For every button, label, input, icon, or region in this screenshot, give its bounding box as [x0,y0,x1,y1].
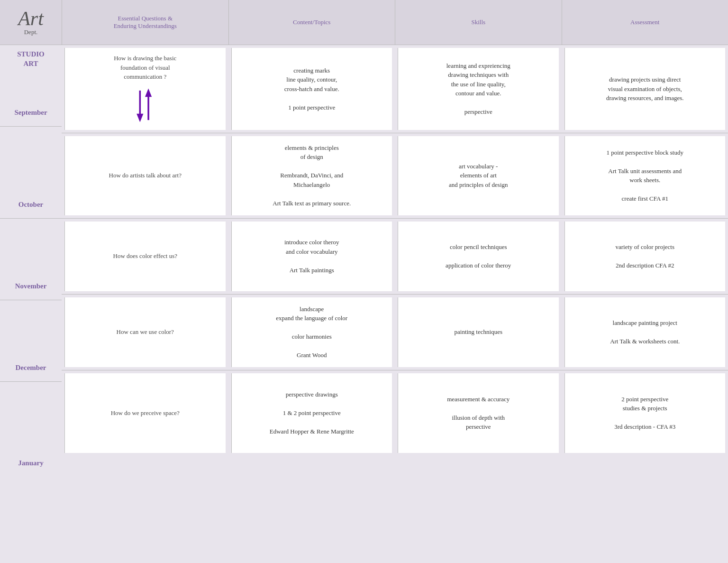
skills-text-2: color pencil techniques application of c… [446,242,511,270]
skills-cell-3: painting techniques [398,297,559,367]
content-cell-2: introduce color theroy and color vocabul… [231,222,392,291]
skills-cell-4: measurement & accuracy illusion of depth… [398,373,559,453]
content-text-4: perspective drawings 1 & 2 point perspec… [270,390,354,436]
header-col-skills-label: Skills [471,18,485,26]
assessment-text-4: 2 point perspective studies & projects 3… [614,395,675,432]
assessment-cell-1: 1 point perspective block study Art Talk… [564,136,726,215]
assessment-cell-0: drawing projects using direct visual exa… [564,48,726,130]
left-labels: STUDIO ART September October November De… [0,45,62,563]
assessment-text-2: variety of color projects 2nd descriptio… [615,242,674,270]
header-col-eq-label: Essential Questions & Enduring Understan… [114,15,177,30]
eq-text-2: How does color effect us? [113,251,178,261]
month-block-september: STUDIO ART September [0,45,62,127]
eq-text-1: How do artists talk about art? [109,171,182,180]
header-col-assessment: Assessment [562,0,728,45]
art-title: Art [18,9,44,28]
skills-cell-2: color pencil techniques application of c… [398,222,559,291]
row-october: How do artists talk about art? elements … [62,133,728,219]
svg-marker-3 [145,88,152,97]
eq-text-3: How can we use color? [117,327,174,337]
skills-text-1: art vocabulary - elements of art and pri… [449,162,508,190]
content-cell-4: perspective drawings 1 & 2 point perspec… [231,373,392,453]
eq-cell-0: How is drawing the basic foundation of v… [64,48,226,130]
dept-label: Dept. [24,28,38,36]
header-col-assessment-label: Assessment [630,18,659,26]
skills-text-0: learning and expreiencing drawing techni… [446,61,510,117]
month-december: December [16,364,46,377]
row-january: How do we preceive space? perspective dr… [62,370,728,456]
arrow-container [131,86,159,124]
header-col-content: Content/Topics [228,0,395,45]
content-cell-1: elements & principles of design Rembrand… [231,136,392,215]
content-text-3: landscape expand the language of color c… [276,305,347,360]
month-november: November [15,282,47,295]
eq-cell-3: How can we use color? [64,297,226,367]
assessment-text-0: drawing projects using direct visual exa… [606,75,684,103]
content-text-1: elements & principles of design Rembrand… [273,143,351,208]
header-col-content-label: Content/Topics [293,18,330,26]
assessment-cell-3: landscape painting project Art Talk & wo… [564,297,726,367]
skills-cell-0: learning and expreiencing drawing techni… [398,48,559,130]
eq-cell-4: How do we preceive space? [64,373,226,453]
skills-text-3: painting techniques [455,327,502,337]
assessment-cell-4: 2 point perspective studies & projects 3… [564,373,726,453]
row-december: How can we use color? landscape expand t… [62,295,728,370]
svg-marker-1 [136,113,143,122]
eq-cell-1: How do artists talk about art? [64,136,226,215]
month-block-december: December [0,300,62,382]
assessment-text-1: 1 point perspective block study Art Talk… [607,148,683,203]
body-area: STUDIO ART September October November De… [0,45,728,563]
header-dept: Art Dept. [0,0,62,45]
row-november: How does color effect us? introduce colo… [62,219,728,295]
grid-area: How is drawing the basic foundation of v… [62,45,728,563]
month-january: January [18,459,43,472]
skills-cell-1: art vocabulary - elements of art and pri… [398,136,559,215]
arrows-icon [131,86,159,124]
eq-text-4: How do we preceive space? [111,408,180,418]
studio-art-label: STUDIO ART [17,45,45,68]
row-september: How is drawing the basic foundation of v… [62,45,728,133]
content-text-2: introduce color theroy and color vocabul… [284,238,339,275]
month-september: September [14,109,47,121]
month-block-january: January [0,382,62,477]
assessment-cell-2: variety of color projects 2nd descriptio… [564,222,726,291]
month-block-october: October [0,127,62,219]
eq-cell-2: How does color effect us? [64,222,226,291]
skills-text-4: measurement & accuracy illusion of depth… [447,395,510,432]
month-block-november: November [0,219,62,300]
month-october: October [18,201,43,213]
eq-text-0: How is drawing the basic foundation of v… [114,54,176,82]
page: Art Dept. Essential Questions & Enduring… [0,0,728,563]
header-row: Art Dept. Essential Questions & Enduring… [0,0,728,45]
content-text-0: creating marks line quality, contour, cr… [284,66,339,112]
header-col-skills: Skills [395,0,562,45]
assessment-text-3: landscape painting project Art Talk & wo… [610,318,680,346]
content-cell-3: landscape expand the language of color c… [231,297,392,367]
content-cell-0: creating marks line quality, contour, cr… [231,48,392,130]
header-col-eq: Essential Questions & Enduring Understan… [62,0,228,45]
